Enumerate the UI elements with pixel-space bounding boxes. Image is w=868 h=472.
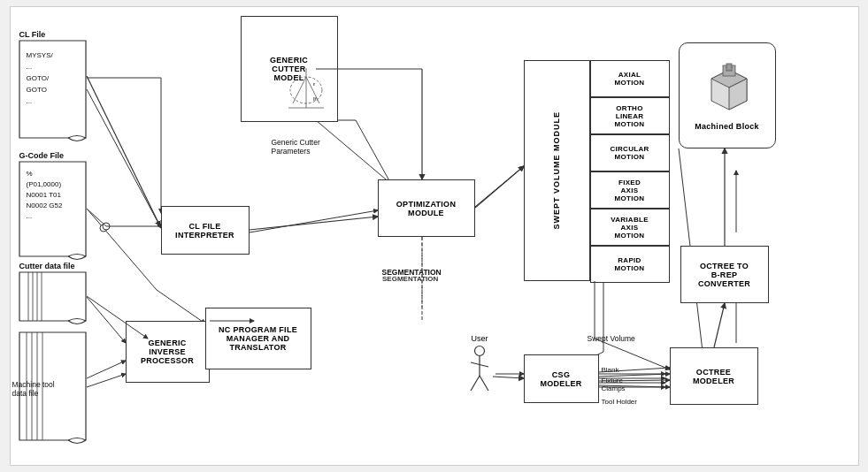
octree-modeler-box: OCTREE MODELER: [670, 347, 758, 405]
segmentation-label: SEGMENTATION: [382, 268, 442, 277]
fixed-axis-motion-box: FIXEDAXISMOTION: [590, 171, 670, 209]
svg-line-16: [316, 120, 391, 184]
svg-line-11: [157, 290, 205, 324]
ortho-linear-motion-box: ORTHOLINEARMOTION: [590, 97, 670, 134]
generic-inverse-processor-label: GENERIC INVERSE PROCESSOR: [141, 339, 194, 365]
octree-modeler-label: OCTREE MODELER: [693, 368, 734, 385]
svg-text:r: r: [313, 81, 316, 87]
svg-line-14: [87, 297, 126, 343]
circular-motion-box: CIRCULARMOTION: [590, 134, 670, 171]
octree-to-brep-label: OCTREE TO B-REP CONVERTER: [698, 262, 750, 288]
tool-holder-label: Tool Holder: [602, 398, 637, 406]
svg-point-47: [475, 346, 485, 356]
svg-line-59: [475, 166, 524, 208]
gcode-file-label: G-Code File: [19, 151, 65, 160]
rapid-motion-box: RAPIDMOTION: [590, 246, 670, 283]
svg-line-71: [714, 303, 725, 347]
axial-motion-box: AXIALMOTION: [590, 60, 670, 97]
cl-file-label: CL File: [19, 30, 46, 39]
csg-modeler-label: CSG MODELER: [540, 370, 581, 388]
nc-program-manager-label: NC PROGRAM FILE MANAGER AND TRANSLATOR: [219, 325, 297, 352]
svg-line-50: [471, 376, 480, 391]
svg-line-52: [87, 76, 160, 226]
svg-point-53: [103, 223, 110, 230]
gcode-file-code: % (P01,0000) N0001 T01 N0002 G52 ...: [27, 169, 63, 222]
user-figure: User: [460, 334, 500, 397]
machined-block-label: Machined Block: [695, 122, 759, 131]
machine-tool-data-file-label: Machine tool data file: [12, 380, 55, 398]
diagram: GENERIC CUTTER MODEL r lf OPTIMIZATION M…: [10, 6, 859, 466]
svg-line-66: [595, 339, 670, 369]
svg-rect-46: [726, 64, 732, 71]
svg-line-18: [356, 120, 391, 184]
svg-line-15: [87, 361, 126, 378]
fixture-clamps-label: Fixture Clamps: [602, 377, 626, 392]
svg-line-39: [293, 77, 306, 103]
blank-label: Blank: [602, 366, 619, 374]
optimization-module-box: OPTIMIZATION MODULE: [378, 179, 475, 237]
cl-file-interpreter-label: CL FILE INTERPRETER: [175, 222, 234, 240]
nc-program-manager-box: NC PROGRAM FILE MANAGER AND TRANSLATOR: [205, 308, 311, 369]
svg-line-56: [250, 217, 378, 230]
machined-block-box: Machined Block: [679, 42, 776, 148]
cutter-data-file-label: Cutter data file: [19, 262, 75, 270]
user-label: User: [460, 334, 500, 343]
generic-cutter-model-box: GENERIC CUTTER MODEL r lf: [241, 16, 338, 122]
cl-file-code: MYSYS/ ... GOTO/ GOTO ...: [27, 49, 53, 107]
swept-volume-module-box: SWEPT VOLUME MODULE: [524, 60, 590, 281]
svg-text:lf: lf: [313, 96, 317, 102]
user-stick-figure: [466, 345, 493, 393]
svg-line-62: [87, 374, 126, 387]
variable-axis-motion-box: VARIABLEAXISMOTION: [590, 209, 670, 246]
swept-volume-label: Swept Volume: [588, 334, 635, 343]
csg-modeler-box: CSG MODELER: [524, 354, 599, 403]
cl-file-interpreter-box: CL FILE INTERPRETER: [161, 206, 250, 255]
svg-line-21: [471, 166, 524, 210]
svg-point-10: [100, 225, 107, 232]
optimization-module-label: OPTIMIZATION MODULE: [396, 200, 456, 217]
svg-line-51: [480, 376, 488, 391]
generic-inverse-processor-box: GENERIC INVERSE PROCESSOR: [126, 321, 210, 383]
svg-line-54: [87, 209, 106, 226]
generic-cutter-params-label: Generic Cutter Parameters: [272, 138, 320, 156]
svg-line-8: [87, 89, 161, 228]
machined-block-icon: [698, 61, 756, 118]
svg-line-9: [87, 209, 157, 290]
svg-line-19: [250, 210, 378, 232]
octree-to-brep-box: OCTREE TO B-REP CONVERTER: [680, 246, 769, 303]
swept-volume-module-label: SWEPT VOLUME MODULE: [552, 111, 561, 230]
